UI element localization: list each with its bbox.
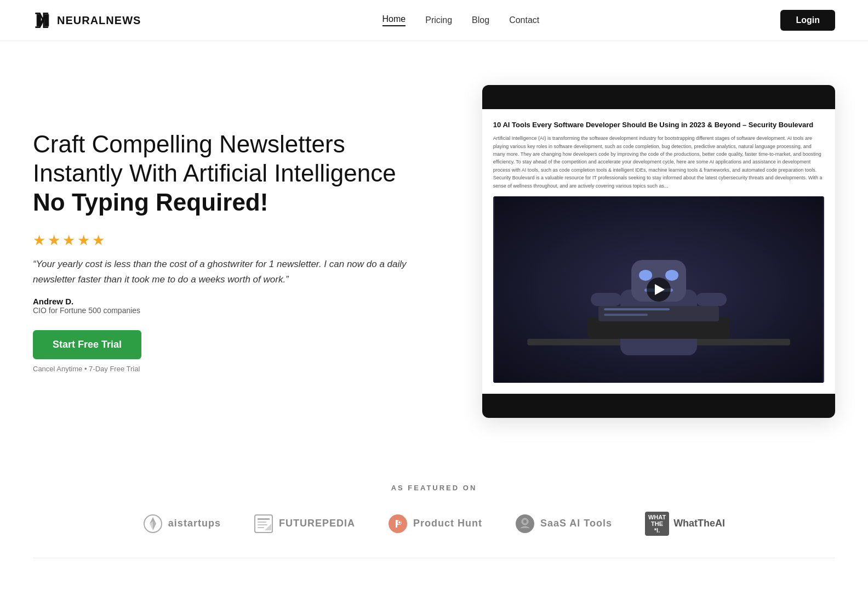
aistartups-icon xyxy=(143,514,163,534)
whattheai-line1: WHAT xyxy=(648,514,666,520)
logo-icon xyxy=(33,10,53,30)
whattheai-line3: *I. xyxy=(648,527,666,534)
preview-top-bar xyxy=(482,85,835,109)
author-name: Andrew D. xyxy=(33,297,450,306)
preview-bottom-bar xyxy=(482,394,835,418)
preview-card: 10 AI Tools Every Software Developer Sho… xyxy=(482,85,835,418)
svg-rect-8 xyxy=(696,293,727,306)
logo[interactable]: NEURALNEWS xyxy=(33,10,141,30)
aistartups-text: aistartups xyxy=(168,518,221,529)
hero-right: 10 AI Tools Every Software Developer Sho… xyxy=(482,85,835,418)
svg-point-24 xyxy=(523,520,527,523)
featured-section: AS FEATURED ON aistartups FUTUREPEDIA xyxy=(0,451,868,558)
featured-label: AS FEATURED ON xyxy=(33,484,835,492)
producthunt-text: Product Hunt xyxy=(413,518,482,529)
svg-rect-16 xyxy=(258,522,266,523)
preview-video[interactable] xyxy=(493,196,824,383)
preview-content: 10 AI Tools Every Software Developer Sho… xyxy=(482,109,835,394)
star-5: ★ xyxy=(92,232,105,249)
hero-title: Craft Compelling Newsletters Instantly W… xyxy=(33,130,450,217)
nav-home[interactable]: Home xyxy=(382,14,406,26)
saasaitools-text: SaaS AI Tools xyxy=(540,518,612,529)
star-3: ★ xyxy=(62,232,75,249)
play-icon xyxy=(655,284,665,295)
svg-point-5 xyxy=(665,270,678,281)
preview-article-title: 10 AI Tools Every Software Developer Sho… xyxy=(493,120,824,130)
login-button[interactable]: Login xyxy=(780,10,835,31)
svg-rect-18 xyxy=(258,527,264,528)
navbar: NEURALNEWS Home Pricing Blog Contact Log… xyxy=(0,0,868,41)
hero-section: Craft Compelling Newsletters Instantly W… xyxy=(0,41,868,451)
play-button[interactable] xyxy=(647,277,671,302)
hero-left: Craft Compelling Newsletters Instantly W… xyxy=(33,130,450,373)
futurepedia-icon xyxy=(254,514,273,534)
whattheai-box: WHAT THE *I. xyxy=(645,512,669,536)
svg-rect-15 xyxy=(258,518,270,520)
svg-rect-17 xyxy=(258,524,267,525)
star-2: ★ xyxy=(48,232,60,249)
svg-point-4 xyxy=(639,270,652,281)
nav-pricing[interactable]: Pricing xyxy=(425,15,452,25)
logo-saasaitools: SaaS AI Tools xyxy=(515,514,612,534)
logo-whattheai: WHAT THE *I. WhatTheAI xyxy=(645,512,725,536)
nav-links: Home Pricing Blog Contact xyxy=(382,14,540,26)
featured-logos: aistartups FUTUREPEDIA Product Hunt xyxy=(33,512,835,536)
nav-blog[interactable]: Blog xyxy=(472,15,489,25)
svg-rect-12 xyxy=(604,314,648,316)
svg-rect-11 xyxy=(604,308,670,310)
author-title: CIO for Fortune 500 companies xyxy=(33,306,450,315)
footer-divider xyxy=(33,558,835,558)
nav-contact[interactable]: Contact xyxy=(509,15,539,25)
cta-sub-text: Cancel Anytime • 7-Day Free Trial xyxy=(33,365,450,373)
logo-text: NEURALNEWS xyxy=(57,14,141,27)
star-1: ★ xyxy=(33,232,45,249)
saasaitools-icon xyxy=(515,514,535,534)
svg-rect-7 xyxy=(591,293,621,306)
preview-article-text: Artificial Intelligence (AI) is transfor… xyxy=(493,134,824,190)
svg-point-21 xyxy=(398,521,401,523)
whattheai-line2: THE xyxy=(648,520,666,527)
whattheai-text: WhatTheAI xyxy=(673,518,725,529)
testimonial-text: “Your yearly cost is less than the cost … xyxy=(33,257,450,286)
start-trial-button[interactable]: Start Free Trial xyxy=(33,330,141,359)
logo-aistartups: aistartups xyxy=(143,514,221,534)
logo-producthunt: Product Hunt xyxy=(388,514,482,534)
star-rating: ★ ★ ★ ★ ★ xyxy=(33,232,450,249)
logo-futurepedia: FUTUREPEDIA xyxy=(254,514,355,534)
producthunt-icon xyxy=(388,514,408,534)
star-4: ★ xyxy=(77,232,90,249)
futurepedia-text: FUTUREPEDIA xyxy=(279,518,355,529)
